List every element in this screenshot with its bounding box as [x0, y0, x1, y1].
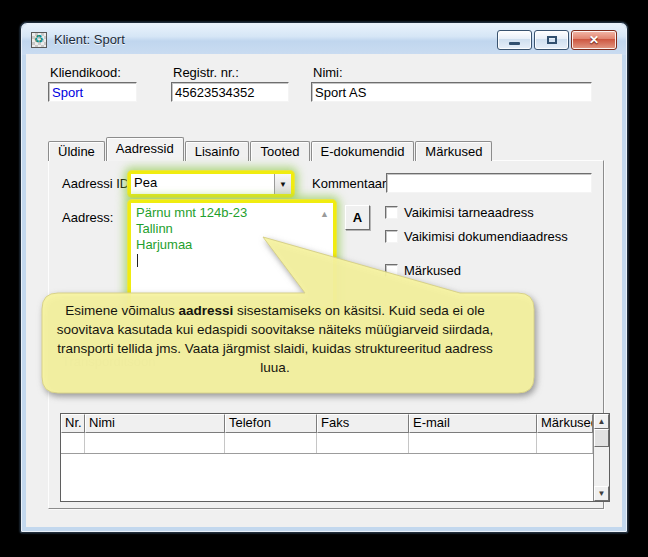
- aadressi-id-value: Pea: [131, 174, 274, 194]
- col-header-markused[interactable]: Märkused: [537, 414, 593, 433]
- a-button[interactable]: A: [345, 205, 370, 230]
- callout-text-pre: Esimene võimalus: [65, 303, 178, 318]
- aadressi-id-label: Aadressi ID:: [62, 176, 133, 191]
- screenshot-stage: ♻ Klient: Sport ✕ Kliendikood: Sport Reg…: [0, 0, 648, 557]
- minimize-button[interactable]: [497, 30, 532, 50]
- tab-bar: Üldine Aadressid Lisainfo Tooted E-dokum…: [48, 137, 493, 161]
- kommentaar-label: Kommentaar:: [312, 176, 390, 191]
- registr-nr-field[interactable]: 45623534352: [171, 82, 289, 102]
- table-cell[interactable]: [409, 433, 537, 453]
- close-icon: ✕: [589, 33, 599, 47]
- tab-aadressid[interactable]: Aadressid: [106, 137, 184, 161]
- titlebar[interactable]: ♻ Klient: Sport ✕: [22, 24, 626, 55]
- col-header-nimi[interactable]: Nimi: [85, 414, 225, 433]
- table-scrollbar[interactable]: ▲ ▼: [593, 414, 609, 501]
- tarneaadress-checkbox-label: Vaikimisi tarneaadress: [404, 205, 534, 220]
- col-header-telefon[interactable]: Telefon: [225, 414, 317, 433]
- markused-checkbox-label: Märkused: [404, 263, 461, 278]
- app-icon: ♻: [31, 32, 47, 48]
- aadress-label: Aadress:: [62, 210, 113, 225]
- registr-nr-label: Registr. nr.:: [173, 65, 239, 80]
- close-button[interactable]: ✕: [571, 30, 617, 50]
- maximize-icon: [547, 36, 557, 44]
- table-cell[interactable]: [537, 433, 593, 453]
- scroll-up-icon[interactable]: ▲: [320, 206, 329, 222]
- table-cell[interactable]: [61, 433, 85, 453]
- contacts-grid: Nr. Nimi Telefon Faks E-mail Märkused: [61, 414, 593, 501]
- aadress-line: Harjumaa: [136, 237, 328, 253]
- nimi-label: Nimi:: [313, 65, 343, 80]
- tab-tooted[interactable]: Tooted: [250, 141, 309, 161]
- aadress-textarea[interactable]: Pärnu mnt 124b-23 Tallinn Harjumaa ▲: [131, 203, 333, 307]
- tarneaadress-checkbox[interactable]: [385, 206, 398, 219]
- table-cell[interactable]: [225, 433, 317, 453]
- checkbox-row[interactable]: Märkused: [385, 263, 461, 278]
- scrollbar-thumb[interactable]: [594, 429, 609, 447]
- combo-dropdown-button[interactable]: ▼: [274, 174, 291, 194]
- checkbox-row[interactable]: Vaikimisi tarneaadress: [385, 205, 534, 220]
- tab-markused[interactable]: Märkused: [415, 141, 492, 161]
- scrollbar-track[interactable]: [594, 447, 609, 486]
- checkbox-row[interactable]: Vaikimisi dokumendiaadress: [385, 229, 568, 244]
- aadress-highlight: Pärnu mnt 124b-23 Tallinn Harjumaa ▲: [128, 200, 336, 310]
- kliendikood-field[interactable]: Sport: [48, 82, 137, 102]
- nimi-field[interactable]: Sport AS: [311, 82, 592, 102]
- table-header-row: Nr. Nimi Telefon Faks E-mail Märkused: [61, 414, 593, 433]
- col-header-nr[interactable]: Nr.: [61, 414, 85, 433]
- kommentaar-field[interactable]: [386, 173, 592, 193]
- col-header-faks[interactable]: Faks: [317, 414, 409, 433]
- tab-e-dokumendid[interactable]: E-dokumendid: [311, 141, 415, 161]
- chevron-down-icon: ▼: [279, 180, 287, 189]
- table-cell[interactable]: [85, 433, 225, 453]
- window-title: Klient: Sport: [54, 32, 125, 47]
- col-header-email[interactable]: E-mail: [409, 414, 537, 433]
- scroll-down-button[interactable]: ▼: [594, 486, 609, 501]
- kliendikood-label: Kliendikood:: [50, 65, 121, 80]
- tab-uldine[interactable]: Üldine: [48, 141, 105, 161]
- contacts-table: Nr. Nimi Telefon Faks E-mail Märkused: [60, 413, 610, 502]
- callout-text-bold: aadressi: [179, 303, 234, 318]
- maximize-button[interactable]: [534, 30, 569, 50]
- table-row[interactable]: [61, 433, 593, 454]
- callout-text: Esimene võimalus aadressi sisestamiseks …: [56, 301, 494, 377]
- aadressi-id-combobox[interactable]: Pea ▼: [131, 174, 291, 194]
- markused-checkbox[interactable]: [385, 264, 398, 277]
- client-area: Kliendikood: Sport Registr. nr.: 4562353…: [26, 54, 622, 527]
- scroll-up-button[interactable]: ▲: [594, 414, 609, 429]
- aadress-line: Tallinn: [136, 221, 328, 237]
- client-window: ♻ Klient: Sport ✕ Kliendikood: Sport Reg…: [20, 22, 628, 533]
- scroll-up-icon: ▲: [598, 417, 606, 426]
- dokumendiaadress-checkbox-label: Vaikimisi dokumendiaadress: [404, 229, 568, 244]
- minimize-icon: [509, 42, 520, 45]
- aadressi-id-highlight: Pea ▼: [128, 171, 294, 197]
- table-cell[interactable]: [317, 433, 409, 453]
- aadress-line: Pärnu mnt 124b-23: [136, 205, 328, 221]
- text-caret: [137, 254, 138, 267]
- tab-lisainfo[interactable]: Lisainfo: [185, 141, 250, 161]
- scroll-down-icon: ▼: [598, 489, 606, 498]
- dokumendiaadress-checkbox[interactable]: [385, 230, 398, 243]
